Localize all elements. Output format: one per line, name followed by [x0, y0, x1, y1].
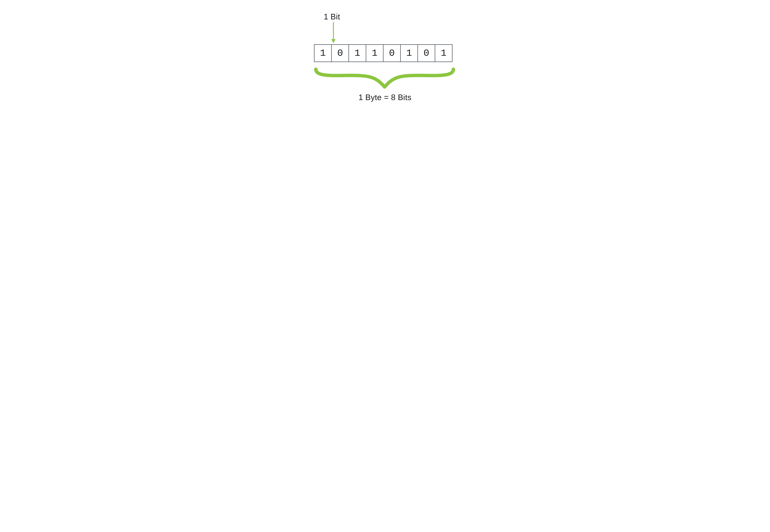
- bit-cell: 0: [418, 44, 435, 62]
- byte-label: 1 Byte = 8 Bits: [267, 93, 503, 102]
- bit-label: 1 Bit: [324, 12, 340, 21]
- bit-cell: 1: [314, 44, 332, 62]
- bit-cell: 1: [366, 44, 383, 62]
- bit-cell: 1: [435, 44, 453, 62]
- bit-cell: 0: [331, 44, 349, 62]
- byte-row: 1 0 1 1 0 1 0 1: [314, 44, 453, 62]
- bit-cell: 0: [383, 44, 401, 62]
- svg-marker-1: [331, 39, 335, 43]
- bit-cell: 1: [348, 44, 366, 62]
- bit-cell: 1: [400, 44, 418, 62]
- curly-brace-icon: [314, 66, 455, 89]
- diagram-stage: 1 Bit 1 0 1 1 0 1 0 1 1 Byte = 8 Bits: [267, 0, 503, 118]
- arrow-down-icon: [330, 22, 336, 43]
